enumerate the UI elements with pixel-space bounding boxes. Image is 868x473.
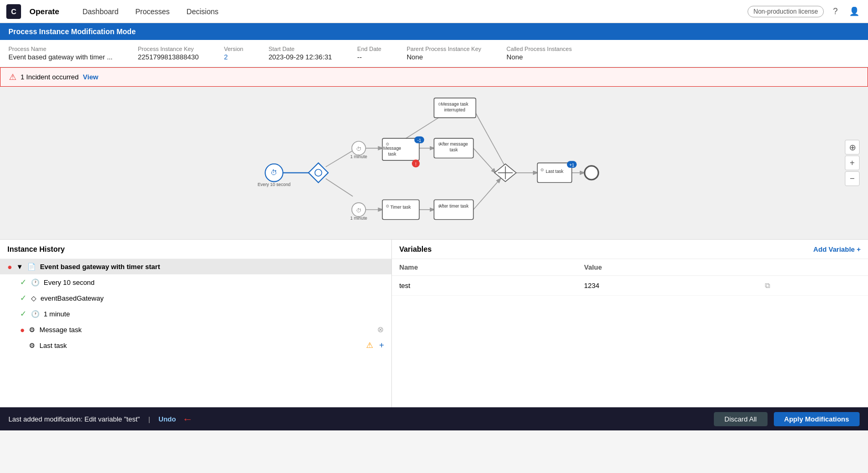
svg-text:task: task: [450, 147, 458, 152]
zoom-in-button[interactable]: +: [845, 156, 860, 170]
checkmark-icon-2: ✓: [20, 309, 27, 318]
svg-point-54: [584, 166, 598, 180]
var-name-0: test: [392, 276, 577, 296]
svg-line-8: [473, 148, 496, 173]
nav-dashboard[interactable]: Dashboard: [76, 7, 125, 16]
discard-all-button[interactable]: Discard All: [714, 412, 767, 426]
copy-button-0[interactable]: ⧉: [765, 281, 770, 290]
var-value-0: 1234: [577, 276, 757, 296]
svg-text:⏱: ⏱: [270, 169, 277, 177]
instance-history-panel: Instance History ● ▼ 📄 Event based gatew…: [0, 240, 392, 407]
expand-toggle[interactable]: ▼: [16, 263, 23, 271]
nav-processes[interactable]: Processes: [129, 7, 176, 16]
svg-text:⏱: ⏱: [356, 208, 361, 213]
called-label: Called Process Instances: [507, 46, 572, 52]
parent-key-label: Parent Process Instance Key: [407, 46, 481, 52]
end-date-col: End Date --: [357, 46, 381, 61]
parent-key-value: None: [407, 53, 481, 61]
version-value: 2: [224, 53, 244, 61]
history-item-3[interactable]: ● ⚙ Message task ⊗: [0, 322, 391, 337]
svg-text:1 minute: 1 minute: [350, 154, 368, 159]
incident-view-link[interactable]: View: [83, 73, 98, 81]
variable-row-0: test 1234 ⧉: [392, 276, 868, 296]
svg-marker-16: [308, 163, 328, 182]
help-button[interactable]: ?: [828, 4, 843, 19]
cancel-icon[interactable]: ⊗: [377, 325, 384, 334]
called-instances-col: Called Process Instances None: [507, 46, 572, 61]
process-name-label: Process Name: [8, 46, 113, 52]
process-info-row: Process Name Event based gateway with ti…: [0, 40, 868, 67]
app-logo: C: [6, 4, 21, 19]
svg-text:After message: After message: [439, 141, 468, 147]
process-name-col: Process Name Event based gateway with ti…: [8, 46, 113, 61]
version-label: Version: [224, 46, 244, 52]
history-item-2[interactable]: ✓ 🕐 1 minute: [0, 306, 391, 322]
gear-icon-3: ⚙: [29, 326, 35, 334]
svg-text:interrupted: interrupted: [444, 107, 466, 112]
process-diagram: ⏱ Every 10 second ⏱ 1 minute ⏱ 1 minute …: [0, 87, 868, 239]
user-button[interactable]: 👤: [847, 4, 862, 19]
svg-text:Message: Message: [383, 146, 401, 151]
called-value: None: [507, 53, 572, 61]
root-error-icon: ●: [7, 262, 12, 271]
svg-rect-43: [434, 200, 473, 219]
variables-title: Variables Add Variable +: [392, 240, 868, 259]
incident-banner: ⚠ 1 Incident occurred View: [0, 67, 868, 87]
svg-text:⚙: ⚙: [540, 167, 544, 172]
apply-modifications-button[interactable]: Apply Modifications: [774, 412, 860, 426]
svg-text:Last task: Last task: [546, 169, 563, 174]
warning-icon: ⚠: [366, 341, 373, 350]
svg-text:!: !: [415, 161, 416, 167]
item-label-0: Every 10 second: [44, 279, 95, 286]
svg-line-1: [326, 151, 352, 167]
fit-view-button[interactable]: ⊕: [845, 140, 860, 155]
diagram-controls: ⊕ + −: [845, 140, 860, 186]
item-label-3: Message task: [39, 326, 82, 334]
gear-icon-4: ⚙: [29, 342, 35, 349]
instance-key-value: 2251799813888430: [138, 53, 199, 61]
history-root-item[interactable]: ● ▼ 📄 Event based gateway with timer sta…: [0, 259, 391, 274]
variables-panel: Variables Add Variable + Name Value test…: [392, 240, 868, 407]
start-date-col: Start Date 2023-09-29 12:36:31: [268, 46, 332, 61]
add-variable-button[interactable]: Add Variable +: [813, 245, 861, 253]
parent-key-col: Parent Process Instance Key None: [407, 46, 481, 61]
modification-mode-banner: Process Instance Modification Mode: [0, 23, 868, 40]
root-label: Event based gateway with timer start: [40, 263, 160, 271]
add-icon[interactable]: +: [379, 341, 384, 350]
checkmark-icon-1: ✓: [20, 293, 27, 303]
instance-history-title: Instance History: [0, 240, 391, 259]
footer-separator: |: [148, 415, 150, 423]
svg-text:⚙: ⚙: [386, 203, 389, 209]
instance-key-col: Process Instance Key 2251799813888430: [138, 46, 199, 61]
last-mod-text: Last added modification: Edit variable "…: [8, 415, 140, 423]
svg-text:+1: +1: [569, 162, 574, 168]
version-col: Version 2: [224, 46, 244, 61]
svg-text:Every 10 second: Every 10 second: [258, 182, 291, 187]
incident-text: 1 Incident occurred: [21, 73, 79, 81]
diagram-area: ⏱ Every 10 second ⏱ 1 minute ⏱ 1 minute …: [0, 87, 868, 239]
zoom-out-button[interactable]: −: [845, 171, 860, 186]
history-item-0[interactable]: ✓ 🕐 Every 10 second: [0, 274, 391, 290]
arrow-icon: ←: [182, 413, 193, 425]
svg-text:Timer task: Timer task: [390, 204, 411, 210]
undo-button[interactable]: Undo: [158, 415, 176, 423]
start-date-value: 2023-09-29 12:36:31: [268, 53, 332, 61]
clock-icon-2: 🕐: [31, 310, 39, 318]
svg-line-10: [473, 179, 500, 210]
svg-line-9: [473, 109, 506, 167]
history-item-4[interactable]: ● ⚙ Last task ⚠ +: [0, 337, 391, 353]
svg-text:⏱: ⏱: [356, 146, 361, 152]
license-badge: Non-production license: [748, 6, 824, 17]
incident-icon: ⚠: [9, 72, 16, 82]
error-icon-3: ●: [20, 325, 25, 334]
history-item-1[interactable]: ✓ ◇ eventBasedGateway: [0, 290, 391, 306]
checkmark-icon-0: ✓: [20, 277, 27, 287]
app-name: Operate: [29, 7, 59, 16]
svg-text:After timer task: After timer task: [439, 203, 469, 209]
end-date-label: End Date: [357, 46, 381, 52]
svg-text:-1: -1: [417, 138, 421, 143]
doc-icon: 📄: [27, 263, 36, 271]
nav-decisions[interactable]: Decisions: [180, 7, 225, 16]
process-name-value: Event based gateway with timer ...: [8, 53, 113, 61]
diamond-icon-1: ◇: [31, 294, 36, 302]
